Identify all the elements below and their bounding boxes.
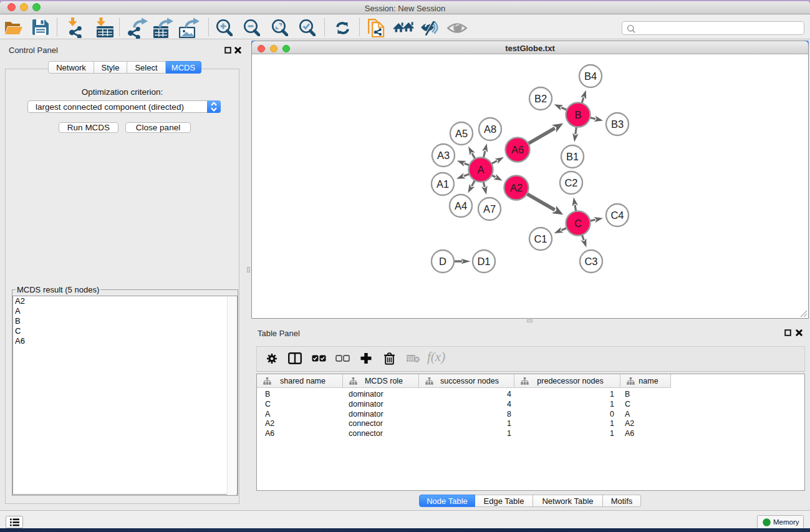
- svg-text:C4: C4: [610, 210, 624, 221]
- svg-text:B4: B4: [584, 70, 597, 82]
- svg-text:B2: B2: [534, 93, 547, 104]
- svg-text:C3: C3: [584, 256, 597, 267]
- svg-text:A2: A2: [510, 182, 523, 193]
- svg-text:C1: C1: [534, 233, 547, 244]
- svg-text:A3: A3: [437, 150, 450, 161]
- svg-text:D: D: [439, 256, 446, 267]
- svg-text:A1: A1: [436, 178, 449, 190]
- svg-text:B3: B3: [611, 118, 624, 130]
- svg-text:A: A: [477, 164, 484, 175]
- svg-text:B1: B1: [566, 151, 579, 162]
- svg-text:B: B: [574, 109, 581, 120]
- svg-text:C: C: [574, 218, 582, 229]
- svg-text:A5: A5: [455, 128, 468, 139]
- svg-text:D1: D1: [477, 256, 490, 267]
- svg-text:C2: C2: [564, 177, 577, 188]
- svg-text:A4: A4: [455, 200, 467, 211]
- svg-text:A6: A6: [511, 144, 524, 155]
- svg-text:A7: A7: [483, 203, 496, 215]
- svg-text:A8: A8: [484, 123, 496, 135]
